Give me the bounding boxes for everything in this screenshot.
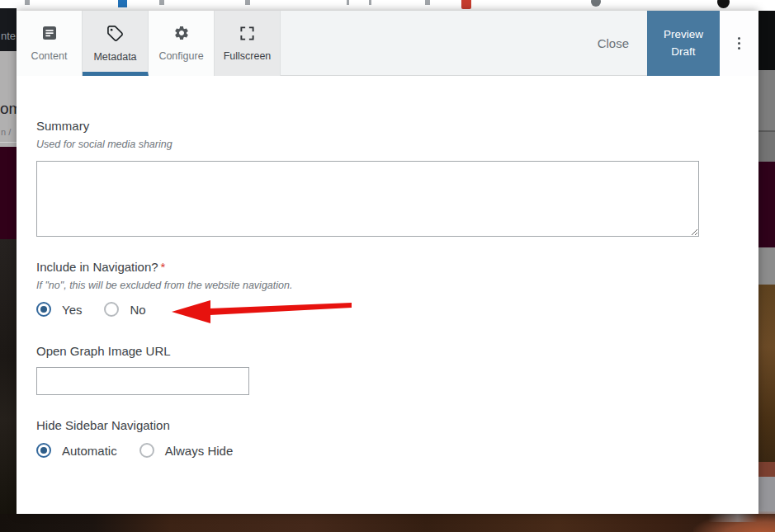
hide-sidebar-navigation-options: Automatic Always Hide xyxy=(36,443,739,458)
more-options-button[interactable] xyxy=(720,11,758,76)
tab-label: Fullscreen xyxy=(224,50,272,62)
browser-chrome-strip xyxy=(0,0,775,11)
background-banner xyxy=(0,147,17,239)
radio-option-automatic[interactable]: Automatic xyxy=(36,443,117,458)
radio-option-always-hide[interactable]: Always Hide xyxy=(139,443,234,458)
tag-icon xyxy=(106,25,124,45)
gear-icon xyxy=(173,25,190,45)
background-photo xyxy=(0,239,17,532)
screen: nte om n / xyxy=(0,0,775,532)
include-in-navigation-label: Include in Navigation?* xyxy=(36,260,739,274)
browser-fragment xyxy=(425,0,430,5)
avatar[interactable] xyxy=(717,0,730,8)
tab-label: Metadata xyxy=(93,51,136,63)
close-button[interactable]: Close xyxy=(598,36,629,50)
tab-label: Configure xyxy=(158,50,203,62)
browser-fragment xyxy=(245,0,250,5)
required-asterisk: * xyxy=(161,260,166,274)
include-in-navigation-options: Yes No xyxy=(36,302,739,317)
radio-option-yes[interactable]: Yes xyxy=(36,302,82,317)
radio-option-no[interactable]: No xyxy=(104,302,145,317)
hide-sidebar-navigation-label: Hide Sidebar Navigation xyxy=(36,418,739,432)
summary-field: Summary Used for social media sharing xyxy=(36,119,739,237)
background-banner xyxy=(758,162,775,247)
extension-circle-icon[interactable] xyxy=(591,0,601,7)
open-graph-image-url-field: Open Graph Image URL xyxy=(36,344,739,395)
include-in-navigation-field: Include in Navigation?* If "no", this wi… xyxy=(36,260,739,317)
browser-fragment xyxy=(25,0,30,5)
radio-selected-icon xyxy=(36,443,51,458)
background-page-body: om n / xyxy=(0,51,17,147)
browser-fragment xyxy=(369,0,371,5)
background-photo xyxy=(758,285,775,462)
breadcrumb: n / xyxy=(1,127,11,137)
editor-modal: Content Metadata Configure xyxy=(17,11,758,514)
fullscreen-icon xyxy=(239,26,255,45)
toolbar-spacer xyxy=(281,11,598,75)
favicon-blue-icon[interactable] xyxy=(118,0,127,7)
tab-label: Content xyxy=(31,50,68,62)
divider xyxy=(0,142,17,143)
radio-unselected-icon xyxy=(139,443,154,458)
background-photo xyxy=(758,462,775,477)
radio-selected-icon xyxy=(36,302,51,317)
background-page-body xyxy=(758,70,775,130)
summary-textarea[interactable] xyxy=(36,161,699,237)
background-page-body xyxy=(758,132,775,162)
editor-toolbar: Content Metadata Configure xyxy=(17,11,758,76)
background-photo-highlight xyxy=(708,514,758,522)
background-text-fragment: nte xyxy=(1,30,16,42)
browser-fragment xyxy=(159,0,164,5)
favicon-red-icon[interactable] xyxy=(461,0,471,9)
tab-metadata[interactable]: Metadata xyxy=(83,11,149,76)
background-heading-fragment: om xyxy=(0,100,17,118)
radio-unselected-icon xyxy=(104,302,119,317)
document-icon xyxy=(41,25,58,45)
include-in-navigation-help-text: If "no", this will be excluded from the … xyxy=(36,280,739,291)
open-graph-image-url-label: Open Graph Image URL xyxy=(36,344,739,358)
hide-sidebar-navigation-field: Hide Sidebar Navigation Automatic Always… xyxy=(36,418,739,458)
metadata-form: Summary Used for social media sharing In… xyxy=(17,119,758,458)
background-page-header xyxy=(758,11,775,70)
tab-fullscreen[interactable]: Fullscreen xyxy=(215,11,281,76)
background-page-body xyxy=(758,247,775,285)
background-page-header: nte xyxy=(0,8,17,51)
summary-help-text: Used for social media sharing xyxy=(36,139,739,150)
browser-fragment xyxy=(347,0,349,5)
preview-draft-button[interactable]: Preview Draft xyxy=(647,11,720,76)
tab-configure[interactable]: Configure xyxy=(149,11,215,76)
background-photo xyxy=(0,514,775,532)
kebab-menu-icon xyxy=(738,35,741,52)
summary-label: Summary xyxy=(36,119,739,133)
tab-content[interactable]: Content xyxy=(17,11,83,76)
open-graph-image-url-input[interactable] xyxy=(36,367,249,395)
